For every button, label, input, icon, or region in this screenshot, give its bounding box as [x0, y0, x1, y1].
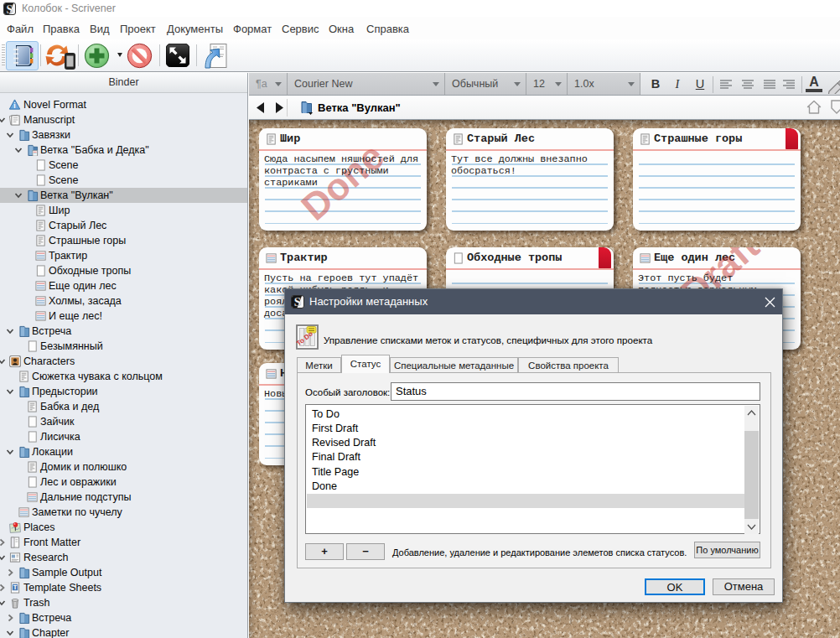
svg-text:T: T — [13, 584, 18, 591]
svg-text:S: S — [294, 295, 301, 309]
svg-text:S: S — [7, 3, 13, 16]
svg-text:i: i — [13, 101, 15, 110]
